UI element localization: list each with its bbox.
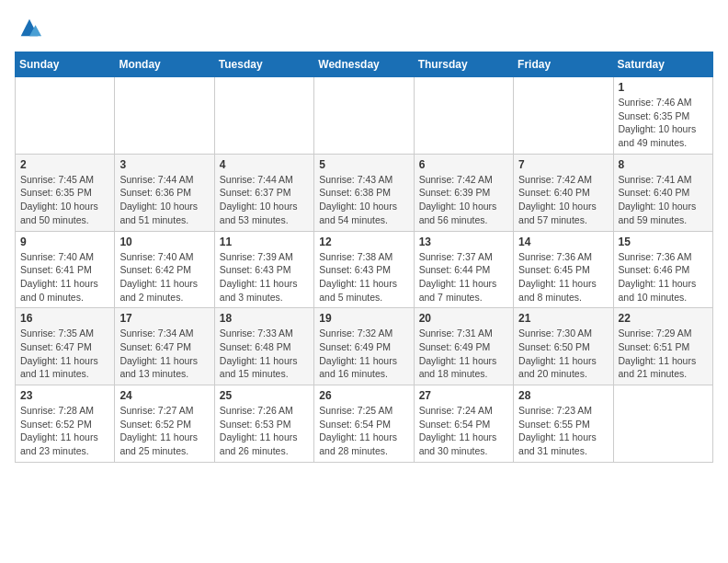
day-of-week-header: Sunday	[16, 52, 115, 77]
day-number: 8	[619, 158, 708, 171]
day-info: Sunrise: 7:35 AM Sunset: 6:47 PM Dayligh…	[20, 327, 109, 381]
day-info: Sunrise: 7:31 AM Sunset: 6:49 PM Dayligh…	[419, 327, 508, 381]
day-info: Sunrise: 7:44 AM Sunset: 6:37 PM Dayligh…	[220, 173, 309, 227]
calendar-week-row: 23Sunrise: 7:28 AM Sunset: 6:52 PM Dayli…	[16, 385, 713, 463]
day-number: 1	[619, 81, 708, 94]
calendar-day-cell: 25Sunrise: 7:26 AM Sunset: 6:53 PM Dayli…	[214, 385, 313, 463]
day-info: Sunrise: 7:23 AM Sunset: 6:55 PM Dayligh…	[518, 404, 608, 458]
calendar-week-row: 16Sunrise: 7:35 AM Sunset: 6:47 PM Dayli…	[16, 308, 713, 385]
day-number: 24	[119, 389, 209, 402]
day-number: 17	[119, 312, 209, 325]
calendar-day-cell: 22Sunrise: 7:29 AM Sunset: 6:51 PM Dayli…	[613, 308, 712, 385]
day-number: 18	[220, 312, 309, 325]
calendar-week-row: 1Sunrise: 7:46 AM Sunset: 6:35 PM Daylig…	[16, 77, 713, 155]
day-info: Sunrise: 7:28 AM Sunset: 6:52 PM Dayligh…	[20, 404, 109, 458]
calendar-day-cell: 27Sunrise: 7:24 AM Sunset: 6:54 PM Dayli…	[414, 385, 513, 463]
calendar-day-cell: 2Sunrise: 7:45 AM Sunset: 6:35 PM Daylig…	[16, 154, 115, 231]
day-number: 27	[419, 389, 508, 402]
day-info: Sunrise: 7:41 AM Sunset: 6:40 PM Dayligh…	[619, 173, 708, 227]
day-number: 6	[419, 158, 508, 171]
day-info: Sunrise: 7:39 AM Sunset: 6:43 PM Dayligh…	[220, 250, 309, 304]
calendar-day-cell: 12Sunrise: 7:38 AM Sunset: 6:43 PM Dayli…	[314, 231, 414, 308]
calendar-week-row: 2Sunrise: 7:45 AM Sunset: 6:35 PM Daylig…	[16, 154, 713, 231]
day-info: Sunrise: 7:46 AM Sunset: 6:35 PM Dayligh…	[619, 96, 708, 150]
day-number: 20	[419, 312, 508, 325]
day-info: Sunrise: 7:33 AM Sunset: 6:48 PM Dayligh…	[220, 327, 309, 381]
calendar-day-cell	[214, 77, 313, 155]
day-info: Sunrise: 7:38 AM Sunset: 6:43 PM Dayligh…	[319, 250, 408, 304]
day-info: Sunrise: 7:42 AM Sunset: 6:39 PM Dayligh…	[419, 173, 508, 227]
calendar-day-cell	[115, 77, 214, 155]
day-number: 2	[20, 158, 109, 171]
day-info: Sunrise: 7:36 AM Sunset: 6:45 PM Dayligh…	[518, 250, 608, 304]
calendar-day-cell: 28Sunrise: 7:23 AM Sunset: 6:55 PM Dayli…	[514, 385, 613, 463]
calendar-header-row: SundayMondayTuesdayWednesdayThursdayFrid…	[16, 52, 713, 77]
day-info: Sunrise: 7:25 AM Sunset: 6:54 PM Dayligh…	[319, 404, 408, 458]
day-of-week-header: Thursday	[414, 52, 513, 77]
day-number: 5	[319, 158, 408, 171]
day-info: Sunrise: 7:24 AM Sunset: 6:54 PM Dayligh…	[419, 404, 508, 458]
calendar-day-cell: 20Sunrise: 7:31 AM Sunset: 6:49 PM Dayli…	[414, 308, 513, 385]
calendar-day-cell: 8Sunrise: 7:41 AM Sunset: 6:40 PM Daylig…	[613, 154, 712, 231]
calendar-day-cell: 14Sunrise: 7:36 AM Sunset: 6:45 PM Dayli…	[514, 231, 613, 308]
day-of-week-header: Friday	[514, 52, 613, 77]
calendar-day-cell: 23Sunrise: 7:28 AM Sunset: 6:52 PM Dayli…	[16, 385, 115, 463]
day-number: 13	[419, 236, 508, 248]
calendar-week-row: 9Sunrise: 7:40 AM Sunset: 6:41 PM Daylig…	[16, 231, 713, 308]
calendar-day-cell	[514, 77, 613, 155]
calendar-day-cell: 7Sunrise: 7:42 AM Sunset: 6:40 PM Daylig…	[514, 154, 613, 231]
day-info: Sunrise: 7:42 AM Sunset: 6:40 PM Dayligh…	[518, 173, 608, 227]
day-number: 9	[20, 236, 109, 248]
calendar-day-cell: 11Sunrise: 7:39 AM Sunset: 6:43 PM Dayli…	[214, 231, 313, 308]
calendar-day-cell: 4Sunrise: 7:44 AM Sunset: 6:37 PM Daylig…	[214, 154, 313, 231]
calendar-day-cell	[16, 77, 115, 155]
day-info: Sunrise: 7:45 AM Sunset: 6:35 PM Dayligh…	[20, 173, 109, 227]
day-number: 19	[319, 312, 408, 325]
day-number: 23	[20, 389, 109, 402]
logo	[15, 15, 42, 40]
calendar-day-cell: 17Sunrise: 7:34 AM Sunset: 6:47 PM Dayli…	[115, 308, 214, 385]
calendar-day-cell: 5Sunrise: 7:43 AM Sunset: 6:38 PM Daylig…	[314, 154, 414, 231]
calendar-day-cell	[414, 77, 513, 155]
day-number: 25	[220, 389, 309, 402]
calendar-day-cell: 18Sunrise: 7:33 AM Sunset: 6:48 PM Dayli…	[214, 308, 313, 385]
day-number: 22	[619, 312, 708, 325]
calendar-day-cell: 16Sunrise: 7:35 AM Sunset: 6:47 PM Dayli…	[16, 308, 115, 385]
day-info: Sunrise: 7:29 AM Sunset: 6:51 PM Dayligh…	[619, 327, 708, 381]
day-info: Sunrise: 7:44 AM Sunset: 6:36 PM Dayligh…	[119, 173, 209, 227]
day-info: Sunrise: 7:43 AM Sunset: 6:38 PM Dayligh…	[319, 173, 408, 227]
calendar-day-cell: 13Sunrise: 7:37 AM Sunset: 6:44 PM Dayli…	[414, 231, 513, 308]
calendar-day-cell	[613, 385, 712, 463]
day-info: Sunrise: 7:40 AM Sunset: 6:41 PM Dayligh…	[20, 250, 109, 304]
day-info: Sunrise: 7:30 AM Sunset: 6:50 PM Dayligh…	[518, 327, 608, 381]
calendar-day-cell	[314, 77, 414, 155]
calendar-day-cell: 3Sunrise: 7:44 AM Sunset: 6:36 PM Daylig…	[115, 154, 214, 231]
day-number: 3	[119, 158, 209, 171]
calendar-day-cell: 6Sunrise: 7:42 AM Sunset: 6:39 PM Daylig…	[414, 154, 513, 231]
day-info: Sunrise: 7:37 AM Sunset: 6:44 PM Dayligh…	[419, 250, 508, 304]
calendar-table: SundayMondayTuesdayWednesdayThursdayFrid…	[15, 52, 713, 463]
day-number: 11	[220, 236, 309, 248]
day-number: 7	[518, 158, 608, 171]
day-info: Sunrise: 7:26 AM Sunset: 6:53 PM Dayligh…	[220, 404, 309, 458]
day-number: 26	[319, 389, 408, 402]
day-of-week-header: Tuesday	[214, 52, 313, 77]
calendar-day-cell: 15Sunrise: 7:36 AM Sunset: 6:46 PM Dayli…	[613, 231, 712, 308]
day-number: 16	[20, 312, 109, 325]
day-info: Sunrise: 7:27 AM Sunset: 6:52 PM Dayligh…	[119, 404, 209, 458]
day-info: Sunrise: 7:36 AM Sunset: 6:46 PM Dayligh…	[619, 250, 708, 304]
day-of-week-header: Wednesday	[314, 52, 414, 77]
calendar-day-cell: 10Sunrise: 7:40 AM Sunset: 6:42 PM Dayli…	[115, 231, 214, 308]
calendar-day-cell: 1Sunrise: 7:46 AM Sunset: 6:35 PM Daylig…	[613, 77, 712, 155]
logo-icon	[17, 15, 42, 40]
calendar-day-cell: 9Sunrise: 7:40 AM Sunset: 6:41 PM Daylig…	[16, 231, 115, 308]
page-header	[15, 15, 713, 40]
day-number: 4	[220, 158, 309, 171]
day-number: 28	[518, 389, 608, 402]
day-number: 10	[119, 236, 209, 248]
calendar-day-cell: 26Sunrise: 7:25 AM Sunset: 6:54 PM Dayli…	[314, 385, 414, 463]
day-number: 12	[319, 236, 408, 248]
day-number: 14	[518, 236, 608, 248]
day-number: 15	[619, 236, 708, 248]
calendar-day-cell: 24Sunrise: 7:27 AM Sunset: 6:52 PM Dayli…	[115, 385, 214, 463]
